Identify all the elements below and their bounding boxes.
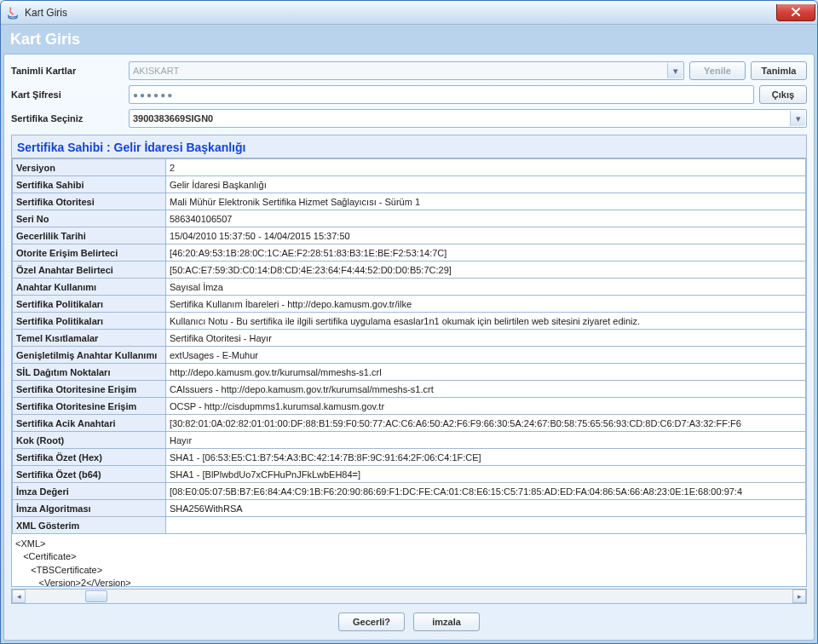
table-row: Sertifika PolitikalarıKullanıcı Notu - B…	[13, 313, 806, 330]
detail-label: Gecerlilik Tarihi	[13, 227, 166, 244]
window-root: Kart Giris Kart Giris Tanimli Kartlar AK…	[0, 0, 818, 644]
detail-label: Sertifika Acik Anahtari	[13, 415, 166, 432]
detail-label: Anahtar Kullanımı	[13, 279, 166, 296]
scroll-right-icon[interactable]: ▸	[792, 589, 806, 603]
detail-value: Sayısal İmza	[166, 279, 806, 296]
chevron-down-icon[interactable]: ▾	[667, 63, 683, 78]
detail-label: Temel Kısıtlamalar	[13, 330, 166, 347]
detail-value: http://depo.kamusm.gov.tr/kurumsal/mmesh…	[166, 364, 806, 381]
sign-button[interactable]: imzala	[413, 612, 480, 631]
detail-value: [50:AC:E7:59:3D:C0:14:D8:CD:4E:23:64:F4:…	[166, 262, 806, 279]
detail-value: [46:20:A9:53:1B:28:0C:1C:AE:F2:28:51:83:…	[166, 244, 806, 262]
defined-cards-combo[interactable]: AKISKART ▾	[129, 61, 684, 80]
detail-label: Genişletilmiş Anahtar Kullanımı	[13, 347, 166, 364]
detail-label: Sertifika Otoritesine Erişim	[13, 381, 166, 398]
chevron-down-icon[interactable]: ▾	[790, 111, 805, 126]
detail-value: SHA256WithRSA	[166, 500, 806, 517]
table-row: XML Gösterim	[13, 517, 806, 534]
detail-label: Özel Anahtar Belirteci	[13, 262, 166, 279]
scroll-thumb[interactable]	[85, 590, 107, 602]
table-row: Sertifika Özet (b64)SHA1 - [BlPlwbdUo7xC…	[13, 466, 806, 483]
table-row: Sertifika Acik Anahtari[30:82:01:0A:02:8…	[13, 415, 806, 432]
detail-value: [08:E0:05:07:5B:B7:E6:84:A4:C9:1B:F6:20:…	[166, 483, 806, 500]
table-row: Özel Anahtar Belirteci[50:AC:E7:59:3D:C0…	[13, 262, 806, 279]
table-row: İmza Değeri[08:E0:05:07:5B:B7:E6:84:A4:C…	[13, 483, 806, 500]
bottom-buttons: Gecerli? imzala	[4, 604, 814, 640]
table-row: Sertifika OtoritesiMali Mühür Elektronik…	[13, 193, 806, 210]
java-icon	[6, 6, 20, 20]
detail-label: İmza Algoritması	[13, 500, 166, 517]
table-row: Anahtar KullanımıSayısal İmza	[13, 279, 806, 296]
defined-cards-value: AKISKART	[133, 66, 179, 76]
detail-value: [30:82:01:0A:02:82:01:01:00:DF:88:B1:59:…	[166, 415, 806, 432]
detail-label: Sertifika Sahibi	[13, 176, 166, 193]
detail-value: Sertifika Otoritesi - Hayır	[166, 330, 806, 347]
detail-value: Sertifika Kullanım İbareleri - http://de…	[166, 296, 806, 313]
detail-label: İmza Değeri	[13, 483, 166, 500]
details-scroll[interactable]: Sertifika Sahibi : Gelir İdaresi Başkanl…	[12, 135, 806, 586]
detail-value: 586340106507	[166, 210, 806, 227]
detail-value: Hayır	[166, 432, 806, 449]
outer-content: Kart Giris Tanimli Kartlar AKISKART ▾ Ye…	[1, 25, 817, 643]
table-row: Sertifika PolitikalarıSertifika Kullanım…	[13, 296, 806, 313]
table-row: Versiyon2	[13, 159, 806, 176]
table-row: Otorite Erişim Belirteci[46:20:A9:53:1B:…	[13, 244, 806, 262]
table-row: Gecerlilik Tarihi15/04/2010 15:37:50 - 1…	[13, 227, 806, 244]
window-title: Kart Giris	[25, 7, 67, 19]
table-row: Sertifika Özet (Hex)SHA1 - [06:53:E5:C1:…	[13, 449, 806, 466]
detail-label: Otorite Erişim Belirteci	[13, 244, 166, 262]
detail-label: Versiyon	[13, 159, 166, 176]
detail-value: Mali Mühür Elektronik Sertifika Hizmet S…	[166, 193, 806, 210]
detail-label: Seri No	[13, 210, 166, 227]
xml-block: <XML> <Certificate> <TBSCertificate> <Ve…	[12, 534, 806, 586]
refresh-button[interactable]: Yenile	[689, 61, 746, 80]
titlebar[interactable]: Kart Giris	[1, 1, 817, 25]
detail-value: CAIssuers - http://depo.kamusm.gov.tr/ku…	[166, 381, 806, 398]
close-button[interactable]	[776, 4, 815, 21]
table-row: Sertifika Otoritesine ErişimCAIssuers - …	[13, 381, 806, 398]
exit-button[interactable]: Çıkış	[759, 85, 807, 104]
card-pin-value: ●●●●●●	[133, 90, 174, 100]
detail-label: Kok (Root)	[13, 432, 166, 449]
detail-value: OCSP - http://cisdupmms1.kurumsal.kamusm…	[166, 398, 806, 415]
form-area: Tanimli Kartlar AKISKART ▾ Yenile Taniml…	[4, 55, 814, 135]
detail-label: Sertifika Otoritesine Erişim	[13, 398, 166, 415]
valid-button[interactable]: Gecerli?	[338, 612, 405, 631]
defined-cards-label: Tanimli Kartlar	[11, 66, 124, 76]
detail-value: 2	[166, 159, 806, 176]
table-row: Genişletilmiş Anahtar KullanımıextUsages…	[13, 347, 806, 364]
detail-label: Sertifika Otoritesi	[13, 193, 166, 210]
detail-value: extUsages - E-Muhur	[166, 347, 806, 364]
cert-owner-header: Sertifika Sahibi : Gelir İdaresi Başkanl…	[12, 135, 806, 158]
cert-select-label: Sertifika Seçiniz	[11, 113, 124, 124]
cert-select-combo[interactable]: 3900383669SIGN0 ▾	[129, 109, 807, 128]
detail-value	[166, 517, 806, 534]
table-row: Kok (Root)Hayır	[13, 432, 806, 449]
table-row: Temel KısıtlamalarSertifika Otoritesi - …	[13, 330, 806, 347]
table-row: Seri No586340106507	[13, 210, 806, 227]
detail-value: SHA1 - [BlPlwbdUo7xCFHuPnJFkLwbEH84=]	[166, 466, 806, 483]
detail-value: SHA1 - [06:53:E5:C1:B7:54:A3:BC:42:14:7B…	[166, 449, 806, 466]
detail-label: Sertifika Özet (b64)	[13, 466, 166, 483]
app-title: Kart Giris	[3, 27, 815, 54]
detail-label: Sertifika Özet (Hex)	[13, 449, 166, 466]
table-row: Sertifika Otoritesine ErişimOCSP - http:…	[13, 398, 806, 415]
details-table: Versiyon2Sertifika SahibiGelir İdaresi B…	[12, 158, 806, 534]
table-row: İmza AlgoritmasıSHA256WithRSA	[13, 500, 806, 517]
detail-label: Sertifika Politikaları	[13, 313, 166, 330]
card-pin-label: Kart Şifresi	[11, 89, 124, 100]
detail-value: 15/04/2010 15:37:50 - 14/04/2015 15:37:5…	[166, 227, 806, 244]
define-button[interactable]: Tanimla	[751, 61, 807, 80]
cert-select-value: 3900383669SIGN0	[133, 113, 213, 124]
detail-label: XML Gösterim	[13, 517, 166, 534]
scroll-track[interactable]	[26, 589, 792, 603]
table-row: SİL Dağıtım Noktaları http://depo.kamusm…	[13, 364, 806, 381]
scroll-left-icon[interactable]: ◂	[12, 589, 26, 603]
detail-value: Gelir İdaresi Başkanlığı	[166, 176, 806, 193]
detail-label: SİL Dağıtım Noktaları	[13, 364, 166, 381]
table-row: Sertifika SahibiGelir İdaresi Başkanlığı	[13, 176, 806, 193]
card-pin-input[interactable]: ●●●●●●	[129, 85, 754, 104]
details-wrapper: Sertifika Sahibi : Gelir İdaresi Başkanl…	[11, 135, 807, 587]
horizontal-scrollbar[interactable]: ◂ ▸	[11, 589, 807, 604]
detail-value: Kullanıcı Notu - Bu sertifika ile ilgili…	[166, 313, 806, 330]
